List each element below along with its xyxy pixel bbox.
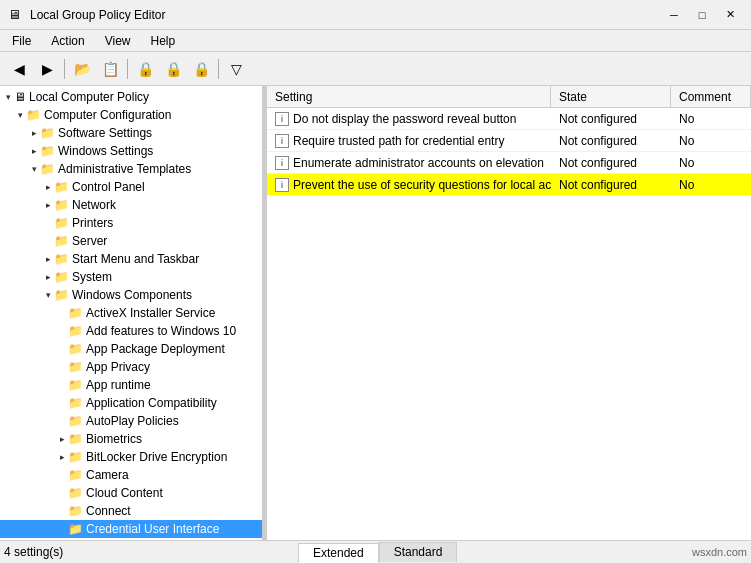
tree-label: System xyxy=(72,270,112,284)
expand-toggle[interactable] xyxy=(56,361,68,373)
toolbar: ◀ ▶ 📂 📋 🔒 🔒 🔒 ▽ xyxy=(0,52,751,86)
expand-toggle[interactable]: ▸ xyxy=(42,253,54,265)
minimize-button[interactable]: ─ xyxy=(661,5,687,25)
expand-toggle[interactable] xyxy=(42,217,54,229)
folder-icon: 📁 xyxy=(40,144,55,158)
tree-item-start-menu-taskbar[interactable]: ▸ 📁 Start Menu and Taskbar xyxy=(0,250,262,268)
expand-toggle[interactable] xyxy=(56,487,68,499)
expand-toggle[interactable]: ▸ xyxy=(28,145,40,157)
title-bar-controls: ─ □ ✕ xyxy=(661,5,743,25)
expand-toggle[interactable] xyxy=(56,469,68,481)
standard-view-button[interactable]: 🔒 xyxy=(188,56,214,82)
tree-item-control-panel[interactable]: ▸ 📁 Control Panel xyxy=(0,178,262,196)
split-pane: ▾ 🖥 Local Computer Policy ▾ 📁 Computer C… xyxy=(0,86,751,540)
expand-toggle[interactable]: ▸ xyxy=(56,433,68,445)
tree-item-windows-settings[interactable]: ▸ 📁 Windows Settings xyxy=(0,142,262,160)
expand-toggle[interactable]: ▾ xyxy=(14,109,26,121)
expand-toggle[interactable] xyxy=(56,343,68,355)
tree-item-windows-components[interactable]: ▾ 📁 Windows Components xyxy=(0,286,262,304)
column-header-state[interactable]: State xyxy=(551,86,671,107)
forward-button[interactable]: ▶ xyxy=(34,56,60,82)
expand-toggle[interactable] xyxy=(56,415,68,427)
list-row-highlighted[interactable]: i Prevent the use of security questions … xyxy=(267,174,751,196)
tree-item-system[interactable]: ▸ 📁 System xyxy=(0,268,262,286)
expand-toggle[interactable] xyxy=(56,505,68,517)
tree-label: Add features to Windows 10 xyxy=(86,324,236,338)
filter-button[interactable]: ▽ xyxy=(223,56,249,82)
tree-item-computer-configuration[interactable]: ▾ 📁 Computer Configuration xyxy=(0,106,262,124)
tree-label: Local Computer Policy xyxy=(29,90,149,104)
cell-comment: No xyxy=(671,132,751,150)
list-row[interactable]: i Enumerate administrator accounts on el… xyxy=(267,152,751,174)
expand-toggle[interactable]: ▸ xyxy=(42,181,54,193)
expand-toggle[interactable] xyxy=(56,325,68,337)
tree-item-add-features[interactable]: 📁 Add features to Windows 10 xyxy=(0,322,262,340)
tree-label: App runtime xyxy=(86,378,151,392)
up-button[interactable]: 📂 xyxy=(69,56,95,82)
tree-item-credential-ui[interactable]: 📁 Credential User Interface xyxy=(0,520,262,538)
expand-toggle[interactable]: ▾ xyxy=(28,163,40,175)
tree-item-app-privacy[interactable]: 📁 App Privacy xyxy=(0,358,262,376)
tree-item-administrative-templates[interactable]: ▾ 📁 Administrative Templates xyxy=(0,160,262,178)
folder-icon: 📁 xyxy=(68,396,83,410)
close-button[interactable]: ✕ xyxy=(717,5,743,25)
cell-setting: i Do not display the password reveal but… xyxy=(267,110,551,128)
column-header-comment[interactable]: Comment xyxy=(671,86,751,107)
tree-item-app-package[interactable]: 📁 App Package Deployment xyxy=(0,340,262,358)
menu-action[interactable]: Action xyxy=(43,32,92,50)
column-header-setting[interactable]: Setting xyxy=(267,86,551,107)
maximize-button[interactable]: □ xyxy=(689,5,715,25)
folder-icon: 📁 xyxy=(68,324,83,338)
tree-item-camera[interactable]: 📁 Camera xyxy=(0,466,262,484)
tree-label: Camera xyxy=(86,468,129,482)
tree-label: Connect xyxy=(86,504,131,518)
expand-toggle[interactable] xyxy=(56,397,68,409)
expand-toggle[interactable]: ▾ xyxy=(42,289,54,301)
expand-toggle[interactable]: ▸ xyxy=(56,451,68,463)
folder-icon: 🖥 xyxy=(14,90,26,104)
folder-icon: 📁 xyxy=(68,486,83,500)
expand-toggle[interactable]: ▸ xyxy=(42,271,54,283)
tree-item-bitlocker[interactable]: ▸ 📁 BitLocker Drive Encryption xyxy=(0,448,262,466)
tree-item-autoplay[interactable]: 📁 AutoPlay Policies xyxy=(0,412,262,430)
tree-item-app-compat[interactable]: 📁 Application Compatibility xyxy=(0,394,262,412)
tree-item-biometrics[interactable]: ▸ 📁 Biometrics xyxy=(0,430,262,448)
tree-label: Control Panel xyxy=(72,180,145,194)
expand-toggle[interactable] xyxy=(56,307,68,319)
tree-item-server[interactable]: 📁 Server xyxy=(0,232,262,250)
extended-view-button[interactable]: 🔒 xyxy=(160,56,186,82)
expand-toggle[interactable] xyxy=(56,379,68,391)
tree-item-software-settings[interactable]: ▸ 📁 Software Settings xyxy=(0,124,262,142)
toolbar-separator-2 xyxy=(127,59,128,79)
folder-icon: 📁 xyxy=(54,216,69,230)
tree-item-activex[interactable]: 📁 ActiveX Installer Service xyxy=(0,304,262,322)
tree-item-cloud-content[interactable]: 📁 Cloud Content xyxy=(0,484,262,502)
expand-toggle[interactable]: ▸ xyxy=(28,127,40,139)
tree-label: ActiveX Installer Service xyxy=(86,306,215,320)
tree-item-local-computer-policy[interactable]: ▾ 🖥 Local Computer Policy xyxy=(0,88,262,106)
expand-toggle[interactable]: ▾ xyxy=(2,91,14,103)
list-row[interactable]: i Require trusted path for credential en… xyxy=(267,130,751,152)
tree-label: Application Compatibility xyxy=(86,396,217,410)
tree-label: Start Menu and Taskbar xyxy=(72,252,199,266)
expand-toggle[interactable] xyxy=(56,523,68,535)
tree-item-network[interactable]: ▸ 📁 Network xyxy=(0,196,262,214)
menu-help[interactable]: Help xyxy=(143,32,184,50)
list-row[interactable]: i Do not display the password reveal but… xyxy=(267,108,751,130)
setting-text: Require trusted path for credential entr… xyxy=(293,134,504,148)
back-button[interactable]: ◀ xyxy=(6,56,32,82)
folder-icon: 📁 xyxy=(54,180,69,194)
menu-view[interactable]: View xyxy=(97,32,139,50)
tree-item-app-runtime[interactable]: 📁 App runtime xyxy=(0,376,262,394)
tree-item-connect[interactable]: 📁 Connect xyxy=(0,502,262,520)
menu-file[interactable]: File xyxy=(4,32,39,50)
tree-item-printers[interactable]: 📁 Printers xyxy=(0,214,262,232)
tree-label: Cloud Content xyxy=(86,486,163,500)
tab-extended[interactable]: Extended xyxy=(298,543,379,563)
properties-button[interactable]: 🔒 xyxy=(132,56,158,82)
expand-toggle[interactable]: ▸ xyxy=(42,199,54,211)
tree-label: App Package Deployment xyxy=(86,342,225,356)
expand-toggle[interactable] xyxy=(42,235,54,247)
tab-standard[interactable]: Standard xyxy=(379,542,458,562)
show-hide-button[interactable]: 📋 xyxy=(97,56,123,82)
